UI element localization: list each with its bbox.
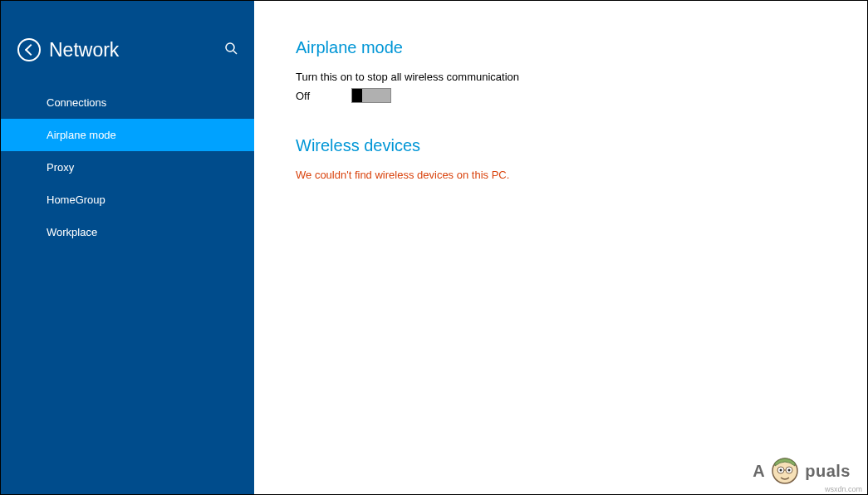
svg-point-4: [786, 467, 792, 473]
sidebar-item-workplace[interactable]: Workplace: [1, 216, 254, 248]
sidebar-nav: Connections Airplane mode Proxy HomeGrou…: [1, 86, 254, 248]
airplane-toggle[interactable]: [351, 88, 391, 103]
sidebar-item-connections[interactable]: Connections: [1, 86, 254, 119]
page-title: Network: [49, 39, 119, 61]
sidebar-item-proxy[interactable]: Proxy: [1, 151, 254, 184]
search-icon: [224, 42, 238, 55]
mascot-icon: [770, 456, 800, 486]
sidebar-item-homegroup[interactable]: HomeGroup: [1, 184, 254, 216]
svg-line-1: [233, 51, 237, 54]
search-button[interactable]: [224, 42, 238, 58]
back-arrow-icon: [24, 44, 36, 56]
toggle-knob-icon: [352, 89, 362, 102]
watermark-prefix: A: [753, 462, 765, 481]
sidebar-item-airplane-mode[interactable]: Airplane mode: [1, 119, 254, 151]
header-left: Network: [17, 38, 119, 61]
svg-point-3: [777, 467, 784, 473]
airplane-mode-description: Turn this on to stop all wireless commun…: [296, 71, 826, 83]
svg-point-6: [788, 469, 791, 472]
airplane-toggle-state: Off: [296, 90, 310, 102]
sidebar: Network Connections Airplane mode Proxy …: [1, 1, 254, 494]
svg-point-5: [780, 469, 782, 472]
footer-source: wsxdn.com: [825, 485, 862, 493]
watermark: A puals: [753, 456, 851, 486]
svg-point-2: [772, 458, 797, 483]
sidebar-header: Network: [1, 30, 254, 86]
settings-window: Network Connections Airplane mode Proxy …: [1, 1, 867, 494]
airplane-mode-title: Airplane mode: [296, 38, 826, 57]
airplane-toggle-row: Off: [296, 88, 826, 103]
svg-point-0: [226, 43, 234, 51]
content-pane: Airplane mode Turn this on to stop all w…: [254, 1, 867, 494]
wireless-devices-title: Wireless devices: [296, 136, 826, 155]
wireless-devices-error: We couldn't find wireless devices on thi…: [296, 169, 826, 181]
back-button[interactable]: [17, 38, 41, 61]
watermark-suffix: puals: [805, 462, 851, 481]
